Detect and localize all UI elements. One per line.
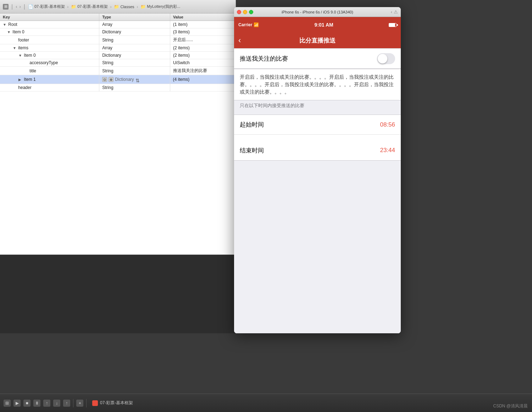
debug-btn-step-in[interactable]: ↓ [53, 400, 60, 407]
toggle-switch[interactable] [377, 53, 395, 64]
value-item0: (3 items) [170, 28, 235, 36]
ios-section-toggle: 推送我关注的比赛 [234, 48, 401, 69]
stepper-control[interactable]: ⊙ ⊕ [102, 77, 113, 82]
debug-sep-2 [86, 399, 87, 407]
end-time-value: 23:44 [380, 147, 395, 154]
stepper-decrement[interactable]: ⊙ [102, 77, 107, 82]
disclosure-item0[interactable]: ▼ [7, 30, 11, 34]
xcode-toolbar: ⊞ | ‹ › | 📄 07-彩票-基本框架 › 📁 07-彩票-基本框架 › … [0, 0, 235, 13]
breadcrumb-label-0: 07-彩票-基本框架 [34, 4, 65, 9]
disclosure-items[interactable]: ▼ [13, 46, 16, 50]
debug-btn-pause[interactable]: ⏸ [33, 400, 40, 407]
disclosure-accessory [24, 61, 28, 65]
key-root: Root [8, 22, 17, 27]
table-row[interactable]: ▼ Item 0 Dictionary (2 items) [0, 52, 235, 59]
debug-btn-step-out[interactable]: ↑ [63, 400, 70, 407]
key-header: header [18, 85, 31, 90]
maximize-button[interactable] [249, 10, 253, 14]
ios-time-cell-start[interactable]: 起始时间 08:56 [234, 115, 401, 135]
table-row[interactable]: title String 推送我关注的比赛 [0, 67, 235, 75]
key-items: items [18, 45, 28, 50]
back-icon: ‹ [238, 36, 241, 45]
wifi-icon: 📶 [254, 22, 259, 27]
close-button[interactable] [237, 10, 241, 14]
key-accessory: accessoryType [29, 60, 58, 65]
simulator-title: iPhone 6s - iPhone 6s / iOS 9.0 (13A340) [282, 10, 353, 14]
disclosure-footer [13, 38, 16, 42]
value-footer: 开启后...... [170, 36, 235, 44]
type-items: Array [99, 44, 170, 52]
table-row[interactable]: ▼ items Array (2 items) [0, 44, 235, 52]
carrier-label: Carrier [238, 22, 252, 27]
disclosure-items-item1[interactable]: ▶ [18, 78, 22, 81]
breadcrumb-label-2: Classes [120, 5, 134, 9]
breadcrumb-item-1[interactable]: 📁 07-彩票-基本框架 [71, 4, 108, 9]
debug-btn-grid[interactable]: ⊞ [4, 400, 11, 407]
ios-toggle-cell[interactable]: 推送我关注的比赛 [234, 49, 401, 68]
warning-icon: ⚠ [394, 9, 398, 15]
folder-icon-2: 📁 [114, 4, 119, 9]
forward-nav-icon[interactable]: › [20, 4, 21, 9]
type-items-item1: ⊙ ⊕ Dictionary ⇅ [99, 75, 170, 84]
stepper-increment[interactable]: ⊕ [109, 77, 113, 82]
value-items-item0: (2 items) [170, 52, 235, 59]
battery-fill [389, 23, 395, 27]
ios-time-section: 起始时间 08:56 结束时间 23:44 [234, 115, 401, 161]
type-title: String [99, 67, 170, 75]
type-footer: String [99, 36, 170, 44]
ios-table-toggle-group: 推送我关注的比赛 [234, 48, 401, 69]
type-item0: Dictionary [99, 28, 170, 36]
prev-nav-icon[interactable]: ‹ [391, 9, 392, 15]
toggle-label: 推送我关注的比赛 [240, 55, 288, 63]
disclosure-items-item0[interactable]: ▼ [18, 54, 22, 57]
breadcrumb-item-3[interactable]: 📁 MyLottery(我的彩... [140, 4, 180, 9]
debug-btn-location[interactable]: ⌖ [76, 400, 83, 407]
xcode-console [0, 255, 236, 333]
table-row[interactable]: footer String 开启后...... [0, 36, 235, 44]
type-accessory: String [99, 59, 170, 67]
table-row[interactable]: ▼ Root Array (1 item) [0, 21, 235, 28]
folder-icon-1: 📁 [71, 4, 76, 9]
ios-screen: Carrier 📶 9:01 AM ‹ 比分直播推送 推送我关注的比赛 [234, 17, 401, 333]
type-header: String [99, 84, 170, 91]
breadcrumb-arrow-0: › [67, 5, 69, 9]
table-row[interactable]: header String [0, 84, 235, 91]
ios-time-group: 起始时间 08:56 结束时间 23:44 [234, 115, 401, 161]
breadcrumb-label-1: 07-彩票-基本框架 [77, 4, 108, 9]
minimize-button[interactable] [243, 10, 247, 14]
start-time-label: 起始时间 [240, 121, 264, 129]
ios-spacer [234, 135, 401, 140]
value-title: 推送我关注的比赛 [170, 67, 235, 75]
back-nav-icon[interactable]: ‹ [16, 4, 17, 9]
watermark: CSDN @清风清晨 [493, 403, 528, 409]
window-controls [237, 10, 253, 14]
key-items-item1: Item 1 [24, 77, 35, 82]
folder-icon-3: 📁 [140, 4, 146, 9]
debug-btn-play[interactable]: ▶ [13, 400, 21, 407]
table-row[interactable]: accessoryType String UiSwitch [0, 59, 235, 67]
debug-btn-step-over[interactable]: ↑ [43, 400, 50, 407]
disclosure-root[interactable]: ▼ [3, 23, 6, 26]
project-icon [92, 400, 98, 406]
type-badge-item1: Dictionary [115, 77, 134, 82]
debug-toolbar: ⊞ ▶ ■ ⏸ ↑ ↓ ↑ ⌖ 07-彩票-基本框架 CSDN @清风清晨 [0, 394, 532, 412]
debug-btn-stop[interactable]: ■ [23, 400, 31, 407]
plist-table: Key Type Value ▼ Root Array (1 item) ▼ I… [0, 13, 235, 91]
value-items-item1: (4 items) [170, 75, 235, 84]
breadcrumb-item-2[interactable]: 📁 Classes [114, 4, 134, 9]
key-items-item0: Item 0 [24, 53, 35, 58]
ios-time-cell-end[interactable]: 结束时间 23:44 [234, 140, 401, 160]
navbar-title: 比分直播推送 [299, 37, 336, 45]
breadcrumb-item-0[interactable]: 📄 07-彩票-基本框架 [28, 4, 65, 9]
xcode-pane: ⊞ | ‹ › | 📄 07-彩票-基本框架 › 📁 07-彩票-基本框架 › … [0, 0, 236, 333]
ios-statusbar: Carrier 📶 9:01 AM [234, 17, 401, 33]
col-type: Type [99, 13, 170, 21]
start-time-value: 08:56 [380, 121, 395, 128]
back-button[interactable]: ‹ [238, 36, 241, 45]
table-row-selected[interactable]: ▶ Item 1 ⊙ ⊕ Dictionary ⇅ (4 items) [0, 75, 235, 84]
sort-icon[interactable]: ⇅ [135, 78, 139, 81]
project-name: 07-彩票-基本框架 [100, 400, 133, 406]
table-row[interactable]: ▼ Item 0 Dictionary (3 items) [0, 28, 235, 36]
grid-icon[interactable]: ⊞ [3, 4, 9, 10]
col-value: Value [170, 13, 235, 21]
